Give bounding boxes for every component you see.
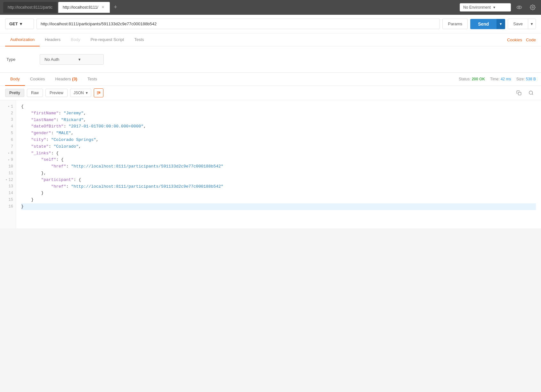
eye-icon[interactable] (514, 2, 524, 12)
copy-icon[interactable] (514, 88, 524, 97)
tab-inactive-label: http://localhost:8111/partic (8, 5, 52, 10)
time-value: 42 ms (501, 77, 511, 81)
code-line-1: { (21, 103, 536, 110)
tab-close-icon[interactable]: ✕ (101, 5, 105, 10)
wrap-lines-button[interactable] (94, 88, 103, 97)
line-num-14: 14 (3, 190, 13, 197)
tab-pre-request-script[interactable]: Pre-request Script (85, 33, 129, 46)
status-label: Status: 200 OK (459, 77, 485, 81)
tab-body: Body (66, 33, 85, 46)
code-line-14: } (21, 190, 536, 197)
line-num-9: ▾9 (3, 157, 13, 163)
code-line-12: "participant": { (21, 177, 536, 184)
env-label: No Environment (463, 5, 491, 10)
code-line-4: "dateOfBirth": "2017-01-01T00:00:00.000+… (21, 123, 536, 130)
line-num-2: 2 (3, 110, 13, 117)
add-tab-button[interactable]: + (111, 3, 120, 12)
svg-rect-6 (518, 92, 521, 95)
code-line-10: "href": "http://localhost:8111/participa… (21, 163, 536, 170)
auth-type-value: No Auth (44, 57, 59, 62)
tab-tests[interactable]: Tests (129, 33, 149, 46)
line-num-13: 13 (3, 184, 13, 190)
send-chevron-icon: ▾ (500, 21, 502, 26)
method-chevron-icon: ▾ (20, 21, 22, 26)
line-num-3: 3 (3, 117, 13, 124)
svg-point-0 (517, 6, 522, 9)
response-status: Status: 200 OK Time: 42 ms Size: 538 B (459, 77, 536, 81)
line-num-7: 7 (3, 143, 13, 150)
raw-view-button[interactable]: Raw (27, 89, 43, 97)
svg-line-8 (532, 94, 533, 95)
response-tabs-row: Body Cookies Headers (3) Tests Status: 2… (0, 73, 541, 86)
tab-headers[interactable]: Headers (40, 33, 66, 46)
auth-type-label: Type (6, 57, 32, 62)
code-content: { "firstName": "Jeremy", "lastName": "Ri… (16, 100, 541, 228)
search-icon[interactable] (526, 88, 536, 97)
line-num-15: 15 (3, 197, 13, 203)
chevron-down-icon: ▾ (493, 5, 495, 10)
format-select[interactable]: JSON ▾ (70, 89, 91, 97)
preview-view-button[interactable]: Preview (45, 89, 68, 97)
code-view: ▾1 2 3 4 5 6 7 ▾8 ▾9 10 11 ▾12 13 14 15 … (0, 100, 541, 228)
response-tab-headers[interactable]: Headers (3) (50, 73, 83, 86)
tab-active[interactable]: http://localhost:8111/ ✕ (58, 2, 110, 13)
status-value: 200 OK (472, 77, 485, 81)
line-num-16: 16 (3, 203, 13, 210)
response-section: Body Cookies Headers (3) Tests Status: 2… (0, 73, 541, 228)
line-num-4: 4 (3, 123, 13, 130)
code-line-5: "gender": "MALE", (21, 130, 536, 137)
code-line-13: "href": "http://localhost:8111/participa… (21, 184, 536, 190)
code-line-3: "lastName": "Rickard", (21, 117, 536, 124)
pretty-view-button[interactable]: Pretty (5, 89, 24, 97)
send-dropdown-button[interactable]: ▾ (497, 19, 505, 29)
tab-inactive[interactable]: http://localhost:8111/partic (3, 2, 57, 13)
svg-point-2 (532, 6, 534, 8)
settings-icon[interactable] (528, 2, 538, 12)
save-button[interactable]: Save (508, 19, 528, 29)
code-line-11: }, (21, 170, 536, 177)
top-bar: http://localhost:8111/partic http://loca… (0, 0, 541, 15)
response-tab-tests[interactable]: Tests (82, 73, 102, 86)
params-button[interactable]: Params (442, 19, 468, 29)
time-label: Time: 42 ms (490, 77, 511, 81)
line-num-11: 11 (3, 170, 13, 177)
request-tabs-right: Cookies Code (507, 34, 536, 46)
code-line-8: "_links": { (21, 150, 536, 157)
code-link[interactable]: Code (526, 34, 536, 46)
request-bar: GET ▾ Params Send ▾ Save ▾ (0, 15, 541, 33)
svg-point-1 (519, 6, 520, 8)
environment-select[interactable]: No Environment ▾ (460, 3, 511, 12)
line-num-5: 5 (3, 130, 13, 137)
code-line-6: "city": "Colorado Springs", (21, 137, 536, 143)
tab-authorization[interactable]: Authorization (5, 33, 40, 46)
line-num-6: 6 (3, 137, 13, 143)
save-button-group: Save ▾ (508, 19, 536, 29)
auth-section: Type No Auth ▾ (0, 46, 541, 73)
toolbar-row: Pretty Raw Preview JSON ▾ (0, 86, 541, 100)
method-select[interactable]: GET ▾ (5, 19, 34, 29)
line-num-12: ▾12 (3, 177, 13, 184)
auth-type-select[interactable]: No Auth ▾ (40, 54, 104, 65)
save-dropdown-button[interactable]: ▾ (528, 19, 536, 29)
line-num-10: 10 (3, 163, 13, 170)
send-button[interactable]: Send (470, 19, 497, 29)
request-tabs-row: Authorization Headers Body Pre-request S… (0, 33, 541, 46)
format-label: JSON (74, 91, 84, 95)
line-numbers: ▾1 2 3 4 5 6 7 ▾8 ▾9 10 11 ▾12 13 14 15 … (0, 100, 16, 228)
url-input[interactable] (36, 19, 440, 29)
svg-point-7 (529, 91, 533, 94)
response-tab-body[interactable]: Body (5, 73, 25, 86)
auth-chevron-icon: ▾ (78, 57, 81, 62)
tab-active-label: http://localhost:8111/ (63, 5, 98, 10)
code-line-9: "self": { (21, 157, 536, 163)
auth-row: Type No Auth ▾ (6, 54, 535, 65)
code-line-16: } (21, 203, 536, 210)
save-chevron-icon: ▾ (531, 21, 533, 26)
response-tab-cookies[interactable]: Cookies (25, 73, 50, 86)
cookies-link[interactable]: Cookies (507, 34, 522, 46)
line-num-8: ▾8 (3, 150, 13, 157)
code-line-7: "state": "Colorado", (21, 143, 536, 150)
toolbar-right (514, 88, 536, 97)
size-label: Size: 538 B (516, 77, 536, 81)
top-bar-right: No Environment ▾ (460, 2, 538, 12)
